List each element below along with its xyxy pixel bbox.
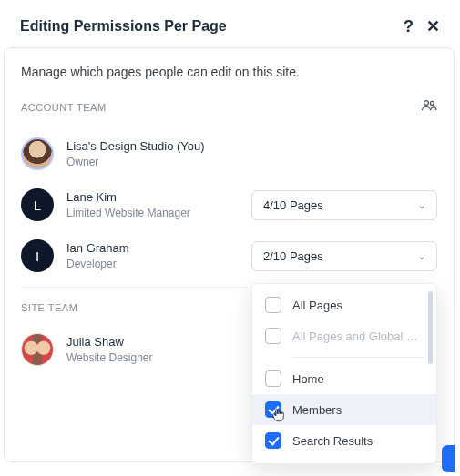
avatar [21,333,54,366]
option-label: All Pages [292,299,342,312]
intro-text: Manage which pages people can edit on th… [21,65,437,79]
dialog-title: Editing Permissions Per Page [20,18,227,35]
avatar: L [21,188,54,221]
member-row: I Ian Graham Developer 2/10 Pages ⌄ [21,230,437,281]
svg-point-1 [430,101,434,105]
option-label: All Pages and Global Se… [292,329,424,343]
checkbox[interactable] [265,328,281,344]
member-role: Owner [66,155,205,170]
member-row: L Lane Kim Limited Website Manager 4/10 … [21,179,437,230]
pages-dropdown[interactable]: All Pages All Pages and Global Se… Home … [251,283,437,464]
dropdown-option-all-pages[interactable]: All Pages [252,289,436,320]
checkbox[interactable] [265,297,281,313]
dropdown-option-members[interactable]: Members [252,394,436,425]
floating-action-partial[interactable] [442,445,455,472]
avatar: I [21,239,54,272]
member-role: Website Designer [66,350,153,366]
dropdown-option-home[interactable]: Home [252,363,436,394]
checkbox[interactable] [265,401,281,418]
member-role: Limited Website Manager [66,206,190,221]
member-row: Lisa's Design Studio (You) Owner [21,128,437,179]
close-icon[interactable]: ✕ [426,18,440,35]
avatar [21,137,54,170]
dropdown-option-search-results[interactable]: Search Results [252,425,436,456]
chevron-down-icon: ⌄ [418,251,425,261]
member-name: Lane Kim [66,189,190,206]
chevron-down-icon: ⌄ [418,200,425,210]
checkbox[interactable] [265,370,281,387]
pages-select[interactable]: 4/10 Pages ⌄ [251,190,437,220]
svg-point-0 [424,101,429,106]
dropdown-option-all-pages-global[interactable]: All Pages and Global Se… [252,320,436,351]
pages-select-value: 2/10 Pages [263,249,323,263]
pages-select-value: 4/10 Pages [263,198,323,212]
account-team-label: ACCOUNT TEAM [21,102,107,113]
member-role: Developer [66,257,129,272]
people-icon[interactable] [421,99,437,116]
member-name: Ian Graham [66,240,129,257]
help-icon[interactable]: ? [404,18,414,35]
pages-select[interactable]: 2/10 Pages ⌄ [251,241,437,271]
member-name: Julia Shaw [66,334,153,350]
scrollbar-thumb[interactable] [428,291,433,364]
checkbox[interactable] [265,432,281,449]
dropdown-separator [292,357,424,358]
option-label: Home [292,372,324,386]
permissions-panel: Manage which pages people can edit on th… [4,47,455,462]
option-label: Members [292,403,342,417]
option-label: Search Results [292,434,373,448]
member-name: Lisa's Design Studio (You) [66,138,205,155]
